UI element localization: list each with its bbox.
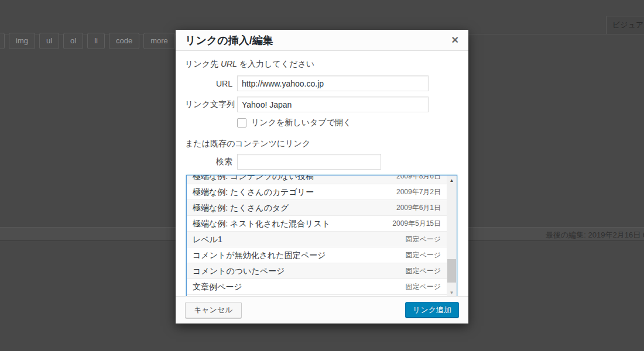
close-icon[interactable]: ✕	[451, 36, 459, 45]
last-edited-text: 最後の編集: 2019年2月16日 6:	[546, 230, 644, 240]
modal-header: リンクの挿入/編集 ✕	[176, 30, 468, 51]
add-link-button[interactable]: リンク追加	[405, 302, 459, 318]
result-item[interactable]: コメントが無効化された固定ページ固定ページ	[187, 247, 447, 263]
open-new-tab-row: リンクを新しいタブで開く	[237, 118, 459, 128]
toolbar-button-code[interactable]: code	[109, 33, 139, 49]
results-scrollbar[interactable]: ▲ ▼	[447, 176, 457, 297]
toolbar-button-ol[interactable]: ol	[63, 33, 83, 49]
result-item-title: 極端な例: たくさんのカテゴリー	[193, 184, 314, 199]
url-prompt-em: URL	[221, 59, 237, 68]
result-item[interactable]: 文章例ページ固定ページ	[187, 279, 447, 295]
url-input[interactable]	[237, 75, 429, 91]
url-prompt-prefix: リンク先	[185, 59, 221, 68]
url-prompt-suffix: を入力してください	[237, 59, 314, 68]
cancel-button[interactable]: キャンセル	[185, 302, 242, 318]
result-item-info: 固定ページ	[405, 247, 441, 263]
url-prompt: リンク先 URL を入力してください	[185, 59, 459, 70]
result-item-title: 極端な例: ネスト化された混合リスト	[193, 216, 330, 231]
result-item-info: 2009年7月2日	[396, 184, 441, 199]
toolbar-button-li[interactable]: li	[87, 33, 105, 49]
link-text-input[interactable]	[237, 97, 429, 112]
result-item[interactable]: 極端な例: ネスト化された混合リスト2009年5月15日	[187, 216, 447, 232]
result-item-info: 固定ページ	[405, 279, 441, 294]
url-field-label: URL	[185, 79, 232, 88]
result-item-title: コメントのついたページ	[193, 263, 285, 278]
scroll-up-icon[interactable]: ▲	[447, 176, 457, 185]
modal-title: リンクの挿入/編集	[185, 33, 273, 47]
search-results-box: 極端な例: コンテンツのない投稿2009年8月6日極端な例: たくさんのカテゴリ…	[186, 175, 457, 298]
url-field-row: URL	[185, 75, 459, 91]
result-item-title: 極端な例: たくさんのタグ	[193, 200, 289, 215]
result-item-title: 文章例ページ	[193, 279, 242, 294]
insert-link-modal: リンクの挿入/編集 ✕ リンク先 URL を入力してください URL リンク文字…	[176, 30, 468, 324]
result-item[interactable]: 極端な例: たくさんのカテゴリー2009年7月2日	[187, 184, 447, 200]
search-results-list: 極端な例: コンテンツのない投稿2009年8月6日極端な例: たくさんのカテゴリ…	[187, 175, 447, 295]
modal-footer: キャンセル リンク追加	[176, 296, 468, 324]
toolbar-button-ul[interactable]: ul	[39, 33, 59, 49]
result-item[interactable]: レベル1固定ページ	[187, 232, 447, 247]
existing-content-heading: または既存のコンテンツにリンク	[185, 139, 459, 149]
search-field-row: 検索	[185, 154, 459, 170]
modal-body: リンク先 URL を入力してください URL リンク文字列 リンクを新しいタブで…	[176, 59, 468, 298]
link-text-field-row: リンク文字列	[185, 97, 459, 112]
open-new-tab-label: リンクを新しいタブで開く	[251, 118, 351, 128]
result-item[interactable]: 極端な例: たくさんのタグ2009年6月1日	[187, 200, 447, 216]
open-new-tab-checkbox[interactable]	[237, 118, 246, 128]
page: { "background": { "visual_tab_label": "ビ…	[0, 0, 644, 351]
result-item-info: 固定ページ	[405, 263, 441, 278]
result-item-info: 2009年5月15日	[392, 216, 441, 231]
result-item-title: 極端な例: コンテンツのない投稿	[193, 175, 314, 184]
result-item[interactable]: コメントのついたページ固定ページ	[187, 263, 447, 279]
link-text-label: リンク文字列	[185, 99, 232, 110]
toolbar-button-more[interactable]: more	[143, 33, 175, 49]
result-item-info: 2009年6月1日	[396, 200, 441, 215]
toolbar-button-img[interactable]: img	[9, 33, 35, 49]
result-item[interactable]: 極端な例: コンテンツのない投稿2009年8月6日	[187, 175, 447, 184]
toolbar-button-clipped[interactable]	[0, 33, 5, 49]
tab-visual[interactable]: ビジュアル	[606, 16, 644, 34]
scrollbar-thumb[interactable]	[447, 259, 456, 283]
result-item-info: 2009年8月6日	[396, 175, 441, 184]
search-input[interactable]	[237, 154, 381, 170]
search-field-label: 検索	[185, 157, 232, 167]
result-item-title: レベル1	[193, 232, 222, 247]
result-item-title: コメントが無効化された固定ページ	[193, 247, 326, 263]
result-item-info: 固定ページ	[405, 232, 441, 247]
